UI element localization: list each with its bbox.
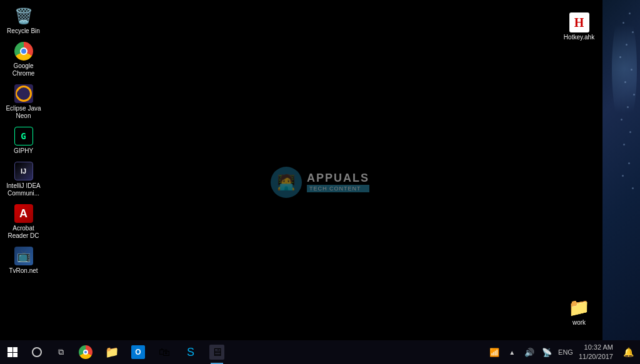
appuals-subtitle: TECH CONTENT	[307, 185, 369, 192]
desktop-icon-giphy[interactable]: G GIPHY	[3, 123, 44, 158]
hotkey-icon: H	[569, 12, 589, 32]
intellij-icon	[14, 161, 34, 181]
acrobat-label: Acrobat Reader DC	[5, 225, 42, 240]
taskbar-active-app[interactable]: 🖥	[204, 340, 230, 364]
file-explorer-icon: 📁	[105, 345, 119, 359]
taskbar-outlook[interactable]: O	[125, 340, 151, 364]
appuals-watermark: 🧑‍💻 APPUALS TECH CONTENT	[271, 167, 369, 198]
wifi-icon: 📡	[542, 348, 552, 357]
start-button[interactable]	[0, 340, 25, 364]
appuals-logo-icon: 🧑‍💻	[271, 167, 302, 198]
clock-date-text: 11/20/2017	[579, 352, 613, 362]
desktop-icon-google-chrome[interactable]: Google Chrome	[3, 38, 44, 81]
recycle-bin-icon: 🗑️	[14, 6, 34, 26]
language-indicator[interactable]: ENG	[556, 348, 576, 356]
tray-wifi-icon[interactable]: 📡	[538, 340, 556, 364]
work-folder-icon: 📁	[568, 297, 590, 318]
tvron-icon: 📺	[14, 246, 34, 266]
desktop-icon-acrobat[interactable]: A Acrobat Reader DC	[3, 200, 44, 243]
appuals-text: APPUALS TECH CONTENT	[307, 172, 369, 192]
wallpaper-strip	[602, 0, 640, 340]
taskbar-apps: 📁 O 🛍 S 🖥	[72, 340, 230, 364]
desktop-icon-tvron[interactable]: 📺 TvRon.net	[3, 243, 44, 278]
chrome-icon	[14, 41, 34, 61]
network-icon: 📶	[489, 348, 499, 357]
task-view-button[interactable]: ⧉	[49, 340, 72, 364]
desktop-icon-recycle-bin[interactable]: 🗑️ Recycle Bin	[3, 3, 44, 38]
desktop-icon-hotkey[interactable]: H Hotkey.ahk	[559, 12, 599, 41]
taskbar-file-explorer[interactable]: 📁	[99, 340, 125, 364]
desktop-icon-work[interactable]: 📁 work	[559, 297, 599, 327]
store-icon: 🛍	[159, 346, 170, 359]
outlook-icon: O	[131, 345, 145, 359]
taskbar-chrome[interactable]	[72, 340, 99, 364]
hotkey-label: Hotkey.ahk	[564, 34, 594, 41]
taskbar-chrome-icon	[79, 345, 92, 359]
skype-icon: S	[187, 346, 194, 359]
search-circle-icon	[32, 347, 42, 357]
system-tray: 📶 ▲ 🔊 📡 ENG 10:32 AM 11/20/2017 🔔	[486, 340, 640, 364]
tray-network-icon[interactable]: 📶	[486, 340, 503, 364]
giphy-icon: G	[14, 126, 34, 146]
active-app-icon: 🖥	[209, 345, 224, 360]
chrome-label: Google Chrome	[5, 62, 42, 77]
work-folder-label: work	[572, 319, 586, 327]
tray-volume-icon[interactable]: 🔊	[521, 340, 538, 364]
eclipse-label: Eclipse Java Neon	[5, 105, 42, 120]
intellij-label: IntelliJ IDEA Communi...	[5, 182, 42, 197]
windows-logo-icon	[8, 347, 18, 357]
appuals-title: APPUALS	[307, 172, 369, 185]
clock-time: 10:32 AM	[579, 343, 613, 352]
desktop-icons-left: 🗑️ Recycle Bin Google Chrome Eclipse Jav…	[3, 3, 47, 278]
taskbar-store[interactable]: 🛍	[151, 340, 178, 364]
cortana-search-button[interactable]	[25, 340, 49, 364]
clock-date[interactable]: 10:32 AM 11/20/2017	[576, 343, 616, 362]
giphy-label: GIPHY	[14, 147, 33, 155]
recycle-bin-label: Recycle Bin	[7, 27, 40, 35]
acrobat-icon: A	[14, 204, 34, 224]
volume-icon: 🔊	[524, 348, 534, 357]
taskbar-skype[interactable]: S	[178, 340, 204, 364]
tray-chevron-icon[interactable]: ▲	[503, 340, 521, 364]
eclipse-icon	[14, 84, 34, 104]
notification-button[interactable]: 🔔	[616, 340, 640, 364]
chevron-up-icon: ▲	[509, 349, 515, 356]
desktop-icon-intellij[interactable]: IntelliJ IDEA Communi...	[3, 158, 44, 200]
notification-icon: 🔔	[623, 347, 634, 357]
task-view-icon: ⧉	[58, 347, 64, 357]
tvron-label: TvRon.net	[9, 267, 38, 275]
desktop-icon-eclipse[interactable]: Eclipse Java Neon	[3, 81, 44, 123]
taskbar: ⧉ 📁 O 🛍 S 🖥 📶 ▲	[0, 340, 640, 364]
